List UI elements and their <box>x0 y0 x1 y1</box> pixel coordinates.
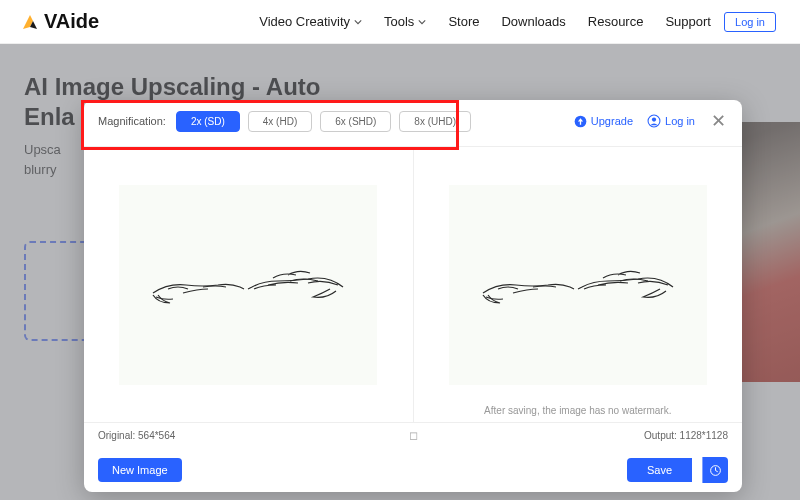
output-panel: After saving, the image has no watermark… <box>414 147 743 422</box>
login-button[interactable]: Log in <box>724 12 776 32</box>
output-image <box>449 185 707 385</box>
nav-downloads[interactable]: Downloads <box>501 14 565 29</box>
nav-store[interactable]: Store <box>448 14 479 29</box>
hands-illustration <box>148 245 348 325</box>
save-history-button[interactable] <box>702 457 728 483</box>
original-size-label: Original: 564*564 <box>98 430 175 441</box>
aspect-lock-icon[interactable]: ◻ <box>409 429 418 442</box>
user-icon <box>647 114 661 128</box>
upgrade-link[interactable]: Upgrade <box>574 115 633 128</box>
logo-icon <box>20 12 40 32</box>
modal-footer: New Image Save <box>84 448 742 492</box>
magnification-label: Magnification: <box>98 115 166 127</box>
nav-links: Video Creativity Tools Store Downloads R… <box>259 14 711 29</box>
svg-point-2 <box>652 118 656 122</box>
info-bar: Original: 564*564 ◻ Output: 1128*1128 <box>84 422 742 448</box>
original-image <box>119 185 377 385</box>
mag-option-8x[interactable]: 8x (UHD) <box>399 111 471 132</box>
upgrade-icon <box>574 115 587 128</box>
upscale-modal: Magnification: 2x (SD) 4x (HD) 6x (SHD) … <box>84 100 742 492</box>
watermark-note: After saving, the image has no watermark… <box>414 405 743 416</box>
top-nav: VAide Video Creativity Tools Store Downl… <box>0 0 800 44</box>
hands-illustration <box>478 245 678 325</box>
save-button[interactable]: Save <box>627 458 692 482</box>
nav-resource[interactable]: Resource <box>588 14 644 29</box>
brand-logo[interactable]: VAide <box>20 10 99 33</box>
clock-icon <box>709 464 722 477</box>
mag-option-2x[interactable]: 2x (SD) <box>176 111 240 132</box>
close-icon[interactable]: ✕ <box>709 110 728 132</box>
modal-top-right: Upgrade Log in ✕ <box>574 110 728 132</box>
new-image-button[interactable]: New Image <box>98 458 182 482</box>
modal-toolbar: Magnification: 2x (SD) 4x (HD) 6x (SHD) … <box>84 100 742 142</box>
brand-text: VAide <box>44 10 99 33</box>
compare-area: After saving, the image has no watermark… <box>84 146 742 422</box>
nav-support[interactable]: Support <box>665 14 711 29</box>
chevron-down-icon <box>418 18 426 26</box>
magnification-options: 2x (SD) 4x (HD) 6x (SHD) 8x (UHD) <box>176 111 471 132</box>
modal-login-link[interactable]: Log in <box>647 114 695 128</box>
nav-tools[interactable]: Tools <box>384 14 426 29</box>
mag-option-4x[interactable]: 4x (HD) <box>248 111 312 132</box>
original-panel <box>84 147 414 422</box>
chevron-down-icon <box>354 18 362 26</box>
output-size-label: Output: 1128*1128 <box>644 430 728 441</box>
nav-video-creativity[interactable]: Video Creativity <box>259 14 362 29</box>
mag-option-6x[interactable]: 6x (SHD) <box>320 111 391 132</box>
